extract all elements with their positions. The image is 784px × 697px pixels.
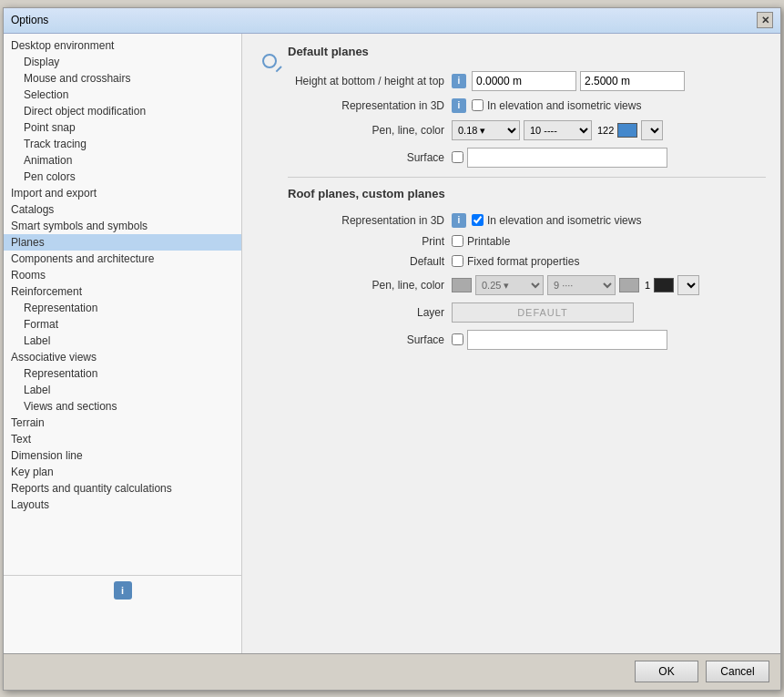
height-label: Height at bottom / height at top [288, 75, 452, 87]
surface2-checkbox[interactable] [452, 333, 463, 345]
sidebar-item-track-tracing[interactable]: Track tracing [4, 136, 241, 152]
pen-select[interactable]: 0.18 ▾ [452, 120, 520, 140]
sidebar-item-layouts[interactable]: Layouts [4, 497, 241, 513]
sidebar-item-animation[interactable]: Animation [4, 152, 241, 169]
sidebar-item-pen-colors[interactable]: Pen colors [4, 169, 241, 185]
sidebar-item-import-export[interactable]: Import and export [4, 185, 241, 201]
surface1-row: Surface [288, 148, 766, 168]
info-button[interactable]: i [114, 581, 132, 600]
pen2-label: Pen, line, color [288, 279, 452, 292]
main-form: Default planes Height at bottom / height… [288, 45, 766, 357]
sidebar-item-smart-symbols[interactable]: Smart symbols and symbols [4, 218, 241, 234]
line2-icon [619, 278, 639, 292]
surface2-controls [452, 330, 667, 350]
rep3d2-checkbox[interactable] [472, 214, 484, 226]
sidebar-item-selection[interactable]: Selection [4, 87, 241, 103]
sidebar-item-views-sections[interactable]: Views and sections [4, 398, 241, 415]
window-title: Options [11, 14, 48, 26]
layer-row: Layer DEFAULT [288, 302, 766, 323]
pen2-controls: 0.25 ▾ 9 ···· 1 ▾ [452, 275, 699, 295]
print-row: Print Printable [288, 235, 766, 248]
sidebar-item-mouse-crosshairs[interactable]: Mouse and crosshairs [4, 70, 241, 87]
surface1-input[interactable] [467, 148, 667, 168]
sidebar-item-catalogs[interactable]: Catalogs [4, 201, 241, 218]
surface2-input[interactable] [467, 330, 667, 350]
height-info-icon[interactable]: i [452, 74, 466, 88]
sidebar-item-planes[interactable]: Planes [4, 234, 241, 251]
sidebar-item-reports-qty[interactable]: Reports and quantity calculations [4, 480, 241, 497]
rep3d-row: Representation in 3D i In elevation and … [288, 98, 766, 113]
rep3d-text: In elevation and isometric views [487, 99, 641, 112]
surface1-checkbox[interactable] [452, 151, 463, 163]
title-bar: Options ✕ [4, 8, 780, 34]
color2-select-btn[interactable]: ▾ [677, 275, 699, 295]
surface1-label: Surface [288, 151, 452, 164]
cancel-button[interactable]: Cancel [706, 661, 769, 682]
layer-display: DEFAULT [452, 302, 634, 323]
footer: OK Cancel [4, 653, 780, 690]
window-body: Desktop environment Display Mouse and cr… [4, 34, 780, 653]
section-divider [288, 177, 766, 178]
print-checkbox[interactable] [452, 235, 463, 247]
rep3d-info-icon[interactable]: i [452, 98, 466, 113]
height-bottom-input[interactable] [472, 71, 576, 91]
line2-select[interactable]: 9 ···· [547, 275, 616, 295]
sidebar-item-point-snap[interactable]: Point snap [4, 119, 241, 136]
surface1-controls [452, 148, 667, 168]
surface2-label: Surface [288, 333, 452, 346]
default-row: Default Fixed format properties [288, 255, 766, 268]
color2-number: 1 [645, 280, 650, 291]
height-top-input[interactable] [580, 71, 685, 91]
pen-row: Pen, line, color 0.18 ▾ 10 ---- 122 [288, 120, 766, 140]
close-button[interactable]: ✕ [757, 12, 773, 28]
sidebar-item-representation[interactable]: Representation [4, 300, 241, 316]
height-row: Height at bottom / height at top i [288, 71, 766, 91]
rep3d-checkbox[interactable] [472, 99, 484, 111]
rep3d-checkbox-label[interactable]: In elevation and isometric views [472, 99, 641, 112]
section1-title: Default planes [288, 45, 766, 60]
default-label: Default [288, 255, 452, 268]
sidebar-item-rooms[interactable]: Rooms [4, 267, 241, 283]
pen2-select[interactable]: 0.25 ▾ [475, 275, 544, 295]
section2-title: Roof planes, custom planes [288, 187, 766, 202]
sidebar-item-associative-views[interactable]: Associative views [4, 349, 241, 365]
pen2-row: Pen, line, color 0.25 ▾ 9 ···· 1 [288, 275, 766, 295]
rep3d2-text: In elevation and isometric views [487, 214, 641, 227]
color-select-btn[interactable]: ▾ [641, 120, 663, 140]
sidebar-item-text[interactable]: Text [4, 431, 241, 447]
sidebar-item-representation2[interactable]: Representation [4, 365, 241, 382]
rep3d2-row: Representation in 3D i In elevation and … [288, 213, 766, 228]
default-text: Fixed format properties [467, 255, 579, 268]
surface2-row: Surface [288, 330, 766, 350]
ok-button[interactable]: OK [635, 661, 698, 682]
sidebar: Desktop environment Display Mouse and cr… [4, 34, 242, 653]
sidebar-item-reinforcement[interactable]: Reinforcement [4, 283, 241, 300]
print-checkbox-label[interactable]: Printable [452, 235, 510, 248]
pen2-icon [452, 278, 472, 292]
sidebar-item-display[interactable]: Display [4, 54, 241, 70]
sidebar-item-key-plan[interactable]: Key plan [4, 464, 241, 480]
sidebar-item-components-arch[interactable]: Components and architecture [4, 251, 241, 267]
print-text: Printable [467, 235, 510, 248]
sidebar-item-direct-object[interactable]: Direct object modification [4, 103, 241, 119]
default-checkbox[interactable] [452, 255, 463, 267]
print-label: Print [288, 235, 452, 248]
search-icon-container [257, 45, 288, 357]
search-icon [262, 54, 282, 74]
options-window: Options ✕ Desktop environment Display Mo… [3, 7, 781, 691]
rep3d2-info-icon[interactable]: i [452, 213, 466, 228]
default-checkbox-label[interactable]: Fixed format properties [452, 255, 579, 268]
pen-controls: 0.18 ▾ 10 ---- 122 ▾ [452, 120, 663, 140]
pen-label: Pen, line, color [288, 124, 452, 137]
sidebar-item-label[interactable]: Label [4, 333, 241, 349]
rep3d2-checkbox-label[interactable]: In elevation and isometric views [472, 214, 641, 227]
sidebar-item-terrain[interactable]: Terrain [4, 415, 241, 431]
rep3d-label: Representation in 3D [288, 99, 452, 112]
layer-label: Layer [288, 306, 452, 319]
sidebar-item-label2[interactable]: Label [4, 382, 241, 398]
sidebar-item-desktop-env[interactable]: Desktop environment [4, 37, 241, 54]
sidebar-item-format[interactable]: Format [4, 316, 241, 333]
main-content: Default planes Height at bottom / height… [242, 34, 780, 653]
line-select[interactable]: 10 ---- [524, 120, 592, 140]
sidebar-item-dimension-line[interactable]: Dimension line [4, 447, 241, 464]
